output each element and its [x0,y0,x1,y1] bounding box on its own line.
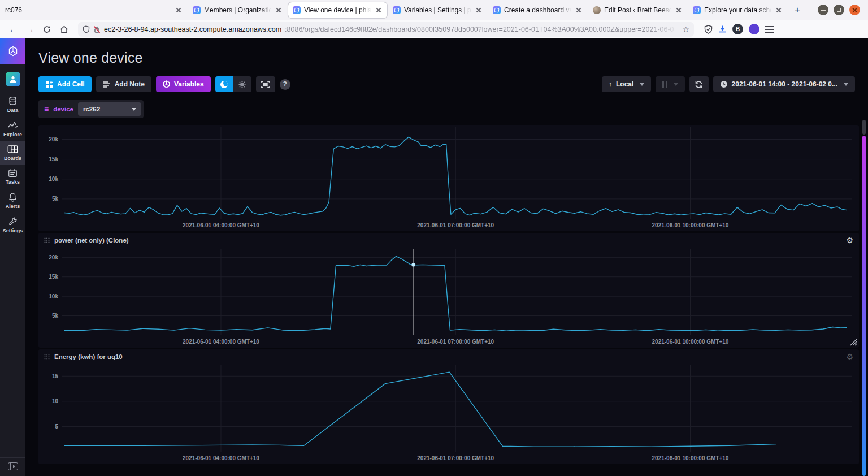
left-nav: Data Explore Boards Tasks Alerts Setting… [0,38,25,476]
scrollbar-track-cap [862,120,866,135]
variable-drag-icon[interactable]: ≡ [44,105,49,114]
browser-tab[interactable]: Members | Organization | [188,2,287,18]
calendar-icon [8,168,18,178]
light-mode-sun-icon[interactable] [233,76,251,92]
influxdb-favicon [293,6,301,14]
window-minimize-button[interactable] [818,5,828,15]
tab-close-icon[interactable] [375,6,383,14]
variables-button[interactable]: Variables [156,76,211,92]
cell-header: Energy (kwh) for uq10 ⚙ [38,349,859,364]
variable-value-dropdown[interactable]: rc262 [78,102,141,116]
tab-title: Members | Organization | [204,6,271,14]
cell-panel-2: power (net only) (Clone) ⚙ 5k10k15k20k20… [38,233,859,348]
wrench-icon [8,217,18,226]
drag-handle-icon[interactable] [44,354,50,360]
influxdb-favicon [493,6,501,14]
bell-icon [8,192,18,202]
add-cell-button[interactable]: Add Cell [38,76,92,92]
dashboard-cells: 5k10k15k20k2021-06-01 04:00:00 GMT+10202… [38,125,859,464]
browser-tab[interactable]: Create a dashboard varia [488,2,587,18]
cube-icon [163,80,170,88]
chevron-down-icon [844,83,848,86]
svg-text:2021-06-01 04:00:00 GMT+10: 2021-06-01 04:00:00 GMT+10 [183,222,259,228]
tab-title: rc076 [5,6,171,14]
tab-title: View one device | phisave [304,6,371,14]
timeseries-chart[interactable]: 5k10k15k20k2021-06-01 04:00:00 GMT+10202… [38,125,859,231]
forward-icon[interactable]: → [23,22,37,37]
cell-panel-3: Energy (kwh) for uq10 ⚙ 510152021-06-01 … [38,349,859,464]
cell-resize-handle[interactable] [849,337,857,346]
theme-toggle [215,76,251,92]
gear-icon[interactable]: ⚙ [846,353,853,361]
tab-close-icon[interactable] [275,6,283,14]
add-note-button[interactable]: Add Note [96,76,151,92]
variable-name: device [53,106,73,112]
url-host: ec2-3-26-8-94.ap-southeast-2.compute.ama… [104,25,281,33]
browser-tab[interactable]: Explore your data schema [688,2,787,18]
tab-close-icon[interactable] [475,6,483,14]
timezone-arrow-icon: ↑ [609,80,612,88]
browser-tab[interactable]: rc076 [1,2,187,18]
svg-text:2021-06-01 10:00:00 GMT+10: 2021-06-01 10:00:00 GMT+10 [652,222,729,228]
tab-close-icon[interactable] [575,6,583,14]
sidebar-item-data[interactable]: Data [0,92,25,116]
refresh-button[interactable] [689,76,709,92]
home-icon[interactable] [57,22,71,37]
tab-close-icon[interactable] [675,6,683,14]
sidebar-item-settings[interactable]: Settings [0,213,25,237]
help-button[interactable]: ? [280,79,290,90]
browser-tab-active[interactable]: View one device | phisave [288,2,387,18]
time-range-dropdown[interactable]: 2021-06-01 14:00 - 2021-06-02 0... [713,76,855,92]
user-avatar[interactable] [6,72,20,86]
svg-text:20k: 20k [49,254,58,261]
browser-menu-icon[interactable] [765,26,774,33]
insecure-lock-icon[interactable] [93,25,101,33]
url-path: :8086/orgs/dafecd146c9ff82e/dashboards/0… [285,25,679,33]
shield-permissions-icon[interactable] [83,25,90,33]
cell-title: power (net only) (Clone) [54,237,129,244]
sidebar-item-tasks[interactable]: Tasks [0,165,25,188]
timeseries-chart[interactable]: 5k10k15k20k2021-06-01 04:00:00 GMT+10202… [38,247,859,348]
svg-text:20k: 20k [49,136,58,142]
window-maximize-button[interactable] [834,5,844,15]
new-tab-button[interactable]: + [788,5,807,16]
variables-bar: ≡ device rc262 [38,100,855,118]
svg-text:5k: 5k [52,196,59,202]
address-bar[interactable]: ec2-3-26-8-94.ap-southeast-2.compute.ama… [78,22,694,37]
tab-close-icon[interactable] [775,6,783,14]
tracking-shield-icon[interactable] [704,25,713,34]
browser-tab[interactable]: Variables | Settings | phis [388,2,487,18]
back-icon[interactable]: ← [6,22,20,37]
expand-sidebar-icon[interactable] [8,462,18,470]
add-cell-icon [45,80,53,88]
browser-tab[interactable]: Edit Post ‹ Brett Beeson - [588,2,687,18]
tab-title: Create a dashboard varia [504,6,571,14]
presentation-mode-button[interactable] [256,76,275,92]
dashboard-toolbar: Add Cell Add Note Variables ? [38,76,855,92]
sidebar-item-explore[interactable]: Explore [0,116,25,141]
extension-icon[interactable] [749,24,760,34]
influxdb-logo[interactable] [0,38,25,64]
cell-panel-1: 5k10k15k20k2021-06-01 04:00:00 GMT+10202… [38,125,859,231]
svg-text:2021-06-01 10:00:00 GMT+10: 2021-06-01 10:00:00 GMT+10 [652,455,729,461]
window-close-button[interactable] [849,5,860,15]
profile-avatar[interactable]: B [732,24,743,34]
reload-icon[interactable] [40,22,54,37]
sidebar-item-alerts[interactable]: Alerts [0,188,25,213]
timezone-dropdown[interactable]: ↑ Local [602,76,651,92]
gear-icon[interactable]: ⚙ [846,236,853,244]
drag-handle-icon[interactable] [44,237,50,243]
sidebar-item-boards[interactable]: Boards [0,141,25,165]
influxdb-favicon [393,6,401,14]
pause-refresh-dropdown[interactable] [656,76,684,92]
svg-text:2021-06-01 07:00:00 GMT+10: 2021-06-01 07:00:00 GMT+10 [417,222,494,228]
refresh-icon [695,80,703,89]
download-icon[interactable] [718,25,727,33]
svg-text:15k: 15k [49,156,58,162]
scrollbar-thumb[interactable] [862,136,866,476]
dark-mode-moon-icon[interactable] [215,76,233,92]
bookmark-star-icon[interactable]: ☆ [682,25,689,34]
timeseries-chart[interactable]: 510152021-06-01 04:00:00 GMT+102021-06-0… [38,364,859,464]
tab-close-icon[interactable] [175,6,183,14]
page-title: View one device [38,50,868,66]
